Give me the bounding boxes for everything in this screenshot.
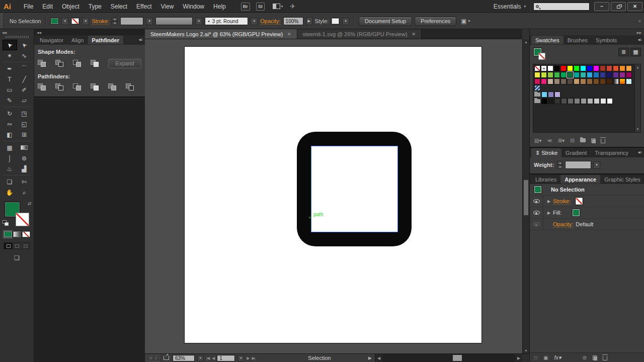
opacity-panel-link[interactable]: Opacity:: [260, 18, 280, 25]
swatch[interactable]: [587, 72, 593, 78]
canvas-tools-toggle[interactable]: ⚙↺: [146, 355, 160, 361]
gpu-performance-icon[interactable]: ✈: [290, 3, 295, 10]
swatch[interactable]: [547, 72, 553, 78]
align-to-selection-icon[interactable]: ▣▾: [461, 18, 470, 25]
draw-behind-button[interactable]: [13, 243, 21, 249]
delete-swatch-icon[interactable]: [601, 139, 605, 143]
draw-normal-button[interactable]: [4, 243, 13, 249]
swatch[interactable]: [568, 98, 574, 104]
none-button[interactable]: [22, 231, 31, 238]
shape-builder-tool[interactable]: ◧: [3, 129, 17, 140]
draw-inside-button[interactable]: [21, 243, 30, 249]
brush-dropdown-icon[interactable]: ▾: [251, 18, 258, 25]
blend-tool[interactable]: ⊚: [17, 153, 32, 163]
swatch-gradient[interactable]: [613, 78, 619, 84]
eyedropper-tool[interactable]: ⌡: [3, 153, 17, 163]
tab-navigator[interactable]: Navigator: [36, 36, 67, 44]
pathfinder-minus-back-icon[interactable]: [126, 83, 135, 91]
duplicate-item-icon[interactable]: [593, 355, 597, 360]
swap-fill-stroke-icon[interactable]: ⇄: [28, 201, 32, 206]
swatch[interactable]: [587, 78, 593, 84]
color-button[interactable]: [4, 231, 13, 238]
tab-align[interactable]: Align: [67, 36, 88, 44]
swatch[interactable]: [567, 78, 573, 84]
direct-selection-tool[interactable]: ➤: [17, 40, 32, 50]
horizontal-scroll-track[interactable]: [382, 354, 515, 362]
stroke-color-swatch[interactable]: [71, 18, 79, 25]
menu-effect[interactable]: Effect: [132, 3, 156, 10]
search-box[interactable]: [533, 3, 590, 11]
stroke-attribute-link[interactable]: Stroke:: [553, 198, 571, 205]
slice-tool[interactable]: ✄: [17, 176, 32, 187]
collapse-panel-icon[interactable]: ◀◀: [0, 29, 9, 35]
brush-definition-field[interactable]: •3 pt. Round: [205, 17, 248, 25]
swatch[interactable]: [580, 78, 586, 84]
appearance-stroke-row[interactable]: ▶ Stroke:: [530, 196, 644, 207]
swatch[interactable]: [574, 65, 580, 71]
gradient-tool[interactable]: [17, 142, 32, 153]
swatches-scrollbar[interactable]: ▲ ▼: [634, 64, 640, 132]
line-segment-tool[interactable]: ╱: [17, 74, 32, 84]
artboard-dropdown-icon[interactable]: ▾: [237, 355, 244, 361]
close-button[interactable]: ✕: [627, 2, 642, 11]
zoom-dropdown-icon[interactable]: ▾: [197, 355, 204, 361]
restore-button[interactable]: [611, 2, 626, 11]
swatch[interactable]: [626, 65, 632, 71]
screen-mode-button[interactable]: ❏: [14, 254, 20, 261]
swatch[interactable]: [600, 65, 606, 71]
swatch[interactable]: [567, 72, 573, 78]
spin-up-icon[interactable]: ▲: [557, 161, 563, 165]
swatch[interactable]: [587, 98, 593, 104]
weight-field[interactable]: [565, 161, 591, 169]
menu-file[interactable]: File: [19, 3, 38, 10]
weight-stepper[interactable]: ▲▼: [557, 161, 563, 169]
visibility-cell[interactable]: [530, 219, 543, 230]
selection-tool[interactable]: ➤: [3, 40, 17, 50]
free-transform-tool[interactable]: ◱: [17, 119, 32, 129]
menu-view[interactable]: View: [156, 3, 179, 10]
pathfinder-divide-icon[interactable]: [38, 83, 47, 91]
swatch[interactable]: [547, 78, 553, 84]
pathfinder-trim-icon[interactable]: [55, 83, 64, 91]
swatch[interactable]: [626, 72, 632, 78]
stroke-none-swatch[interactable]: [575, 197, 583, 205]
collapse-dock-icon[interactable]: ◀◀: [37, 31, 41, 34]
type-tool[interactable]: T: [3, 74, 17, 84]
show-swatch-kinds-icon[interactable]: ⊞▾: [558, 138, 565, 143]
swatch[interactable]: [619, 72, 625, 78]
pen-tool[interactable]: ✒: [3, 63, 17, 74]
swatch-pattern[interactable]: [534, 85, 540, 91]
fill-color-swatch[interactable]: [50, 18, 59, 25]
close-tab-icon[interactable]: ✕: [412, 32, 416, 37]
eye-icon[interactable]: [533, 199, 540, 203]
swatch[interactable]: [541, 92, 547, 98]
swatch[interactable]: [587, 65, 593, 71]
search-input[interactable]: [540, 4, 587, 9]
status-expand-icon[interactable]: ▶: [368, 355, 372, 360]
magic-wand-tool[interactable]: ✶: [3, 50, 17, 61]
swatch-none[interactable]: [534, 65, 540, 71]
swatch[interactable]: [574, 72, 580, 78]
chevron-down-icon[interactable]: ▾: [281, 5, 283, 9]
swatch[interactable]: [600, 98, 606, 104]
tab-swatches[interactable]: Swatches: [531, 36, 564, 44]
stroke-panel-link[interactable]: Stroke:: [92, 18, 109, 25]
tab-stroke[interactable]: ⇕ Stroke: [531, 148, 561, 157]
grid-view-icon[interactable]: ▦: [630, 48, 641, 56]
hand-tool[interactable]: ✋: [3, 187, 17, 198]
artboard-tool[interactable]: ❏: [3, 176, 17, 187]
stroke-weight-field[interactable]: [120, 17, 143, 25]
opacity-field[interactable]: 100%: [283, 17, 303, 25]
scale-tool[interactable]: ◳: [17, 108, 32, 119]
eraser-tool[interactable]: ▱: [17, 95, 32, 106]
swatch[interactable]: [560, 72, 567, 78]
zoom-tool[interactable]: ⌕: [17, 187, 32, 198]
fill-dropdown-icon[interactable]: ▾: [61, 18, 68, 25]
swatch[interactable]: [581, 98, 587, 104]
swatch[interactable]: [600, 78, 606, 84]
swatch[interactable]: [580, 65, 586, 71]
swatch[interactable]: [593, 72, 599, 78]
swatch[interactable]: [534, 78, 540, 84]
shape-mode-minus-front-icon[interactable]: [55, 60, 64, 67]
appearance-fill-row[interactable]: ▶ Fill:: [530, 207, 644, 219]
